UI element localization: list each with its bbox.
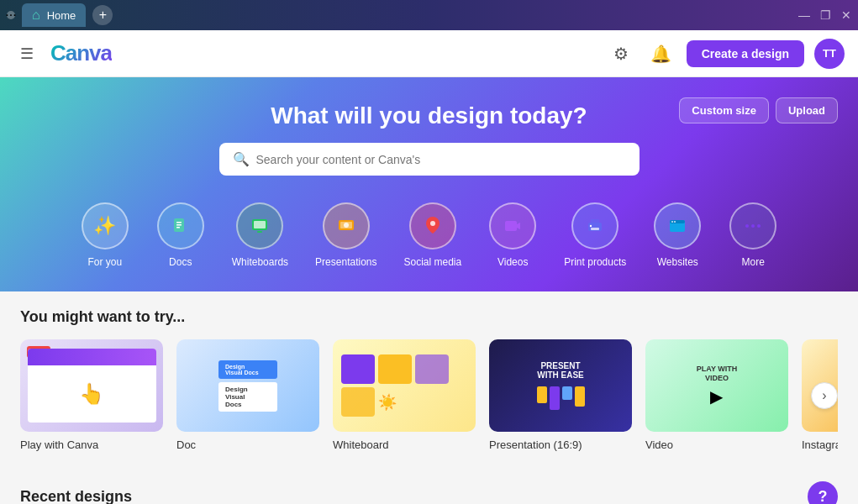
canva-logo[interactable]: Canva [50,40,112,66]
svg-rect-1 [176,222,182,223]
recent-designs-section: Recent designs ? [0,468,858,504]
svg-rect-14 [591,228,599,230]
bar-4 [575,386,585,407]
header-right: ⚙ 🔔 Create a design TT [606,39,845,69]
play-mockup: 👆 [28,349,156,423]
category-websites[interactable]: Websites [640,196,715,275]
upload-button[interactable]: Upload [776,97,838,123]
category-videos-icon [489,202,536,249]
category-videos[interactable]: Videos [475,196,550,275]
home-icon: ⌂ [32,8,40,23]
category-more[interactable]: More [715,196,791,275]
try-section-title: You might want to try... [20,308,838,326]
category-print-products-label: Print products [564,256,626,268]
category-videos-label: Videos [497,256,528,268]
menu-button[interactable]: ☰ [13,40,40,67]
search-input[interactable] [256,153,626,166]
category-for-you-label: For you [87,256,122,268]
category-for-you[interactable]: ✨ For you [67,196,143,275]
header: ☰ Canva ⚙ 🔔 Create a design TT [0,30,858,77]
svg-point-9 [344,223,349,228]
card-doc-thumbnail: DesignVisual Docs DesignVisualDocs [176,339,319,432]
wb-block-purple2 [415,354,449,384]
titlebar-controls: — ❐ ✕ [798,8,851,22]
svg-rect-3 [176,227,180,228]
category-whiteboards-icon [236,202,283,249]
bar-2 [550,386,560,410]
card-whiteboard-thumbnail: ☀️ [333,339,476,432]
category-presentations[interactable]: Presentations [302,196,390,275]
titlebar-home-tab[interactable]: ⌂ Home [22,3,86,27]
play-icon: ▶ [697,386,738,407]
settings-button[interactable]: ⚙ [606,39,636,69]
doc-page-blue: DesignVisual Docs [218,360,277,379]
titlebar-dots: ··· [7,11,15,19]
svg-point-10 [430,221,435,226]
svg-rect-11 [505,221,517,231]
help-button[interactable]: ? [808,481,838,504]
tab-home-label: Home [47,9,76,22]
doc-mockup: DesignVisual Docs DesignVisualDocs [218,360,277,412]
custom-size-button[interactable]: Custom size [679,97,769,123]
bar-1 [537,386,547,403]
card-whiteboard-label: Whiteboard [333,438,476,451]
category-docs[interactable]: Docs [143,196,218,275]
wb-block-yellow2 [341,387,375,417]
card-presentation-label: Presentation (16:9) [489,438,632,451]
category-social-media[interactable]: Social media [391,196,476,275]
category-presentations-label: Presentations [315,256,376,268]
svg-point-21 [751,224,755,228]
card-whiteboard[interactable]: ☀️ Whiteboard [333,339,476,451]
video-text: PLAY WITHVIDEO [697,365,738,383]
category-websites-label: Websites [657,256,698,268]
card-play-with-canva[interactable]: TRY 👆 Play with Canva [20,339,163,451]
svg-rect-2 [176,224,182,226]
doc-page-white: DesignVisualDocs [218,382,277,412]
close-button[interactable]: ✕ [841,8,851,22]
category-print-products[interactable]: Print products [550,196,640,275]
whiteboard-blocks: ☀️ [333,339,476,432]
card-video-label: Video [645,438,788,451]
card-video-thumbnail: PLAY WITHVIDEO ▶ [645,339,788,432]
category-docs-label: Docs [169,256,192,268]
svg-point-22 [757,224,761,228]
notifications-button[interactable]: 🔔 [646,39,676,69]
avatar[interactable]: TT [814,39,845,69]
presentation-content: PRESENTWITH EASE [537,361,585,410]
card-video[interactable]: PLAY WITHVIDEO ▶ Video [645,339,788,451]
card-presentation[interactable]: PRESENTWITH EASE Presentation (16:9) [489,339,632,451]
svg-point-19 [674,221,676,223]
category-print-products-icon [571,202,618,249]
presentation-text: PRESENTWITH EASE [537,361,585,380]
hero-content: What will you design today? 🔍 ✨ For you … [20,102,838,275]
search-icon: 🔍 [233,151,250,167]
wb-block-yellow [378,354,412,384]
try-section: You might want to try... TRY 👆 Play with… [0,291,858,468]
try-cards-row: TRY 👆 Play with Canva DesignVisual Docs … [20,339,838,451]
svg-rect-5 [254,221,266,228]
create-design-button[interactable]: Create a design [687,40,804,67]
card-doc[interactable]: DesignVisual Docs DesignVisualDocs Doc [176,339,319,451]
card-play-thumbnail: TRY 👆 [20,339,163,432]
category-more-icon [729,202,776,249]
presentation-bars [537,386,585,410]
category-more-label: More [742,256,765,268]
svg-rect-6 [257,231,262,233]
card-doc-label: Doc [176,438,319,451]
cards-next-button[interactable]: › [811,382,838,409]
category-whiteboards-label: Whiteboards [232,256,288,268]
category-social-media-icon [409,202,456,249]
search-bar: 🔍 [219,143,640,176]
main-content: Custom size Upload What will you design … [0,77,858,504]
minimize-button[interactable]: — [798,8,810,22]
more-options-button[interactable]: ··· [7,11,15,19]
svg-point-15 [590,225,592,227]
maximize-button[interactable]: ❐ [820,8,831,22]
category-websites-icon [654,202,701,249]
category-whiteboards[interactable]: Whiteboards [218,196,302,275]
categories-row: ✨ For you Docs Whiteboards [20,196,838,275]
add-tab-button[interactable]: + [92,5,113,25]
category-presentations-icon [323,202,370,249]
hero-buttons: Custom size Upload [679,97,838,123]
svg-rect-13 [591,219,599,223]
